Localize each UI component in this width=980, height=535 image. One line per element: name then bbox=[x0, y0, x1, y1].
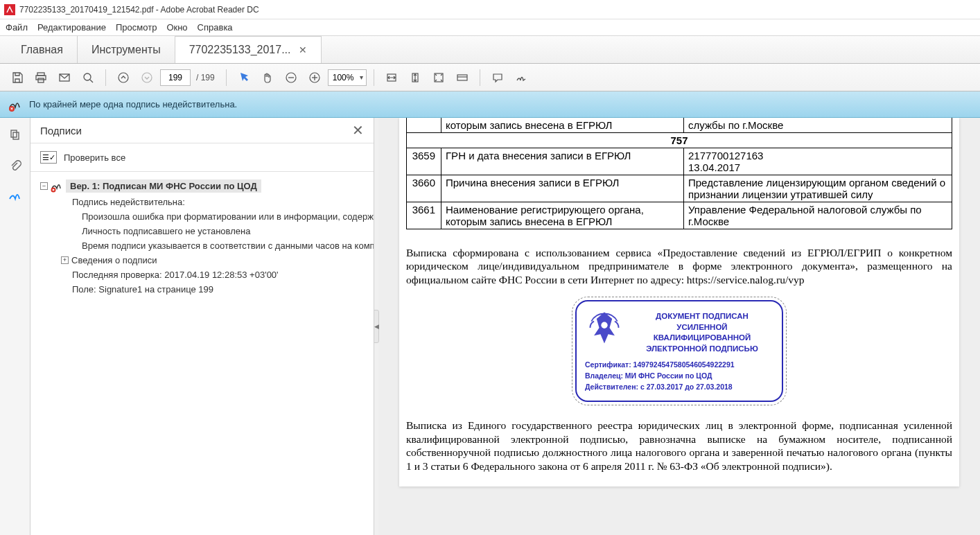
window-title: 7702235133_20170419_121542.pdf - Adobe A… bbox=[19, 5, 259, 15]
toolbar: / 199 100% bbox=[0, 64, 980, 91]
table-row: которым запись внесена в ЕГРЮЛ службы по… bbox=[407, 118, 952, 133]
titlebar: 7702235133_20170419_121542.pdf - Adobe A… bbox=[0, 0, 980, 19]
panel-toolbar: ☰✓ Проверить все bbox=[30, 143, 374, 172]
close-icon[interactable]: ✕ bbox=[299, 44, 307, 55]
hand-icon[interactable] bbox=[257, 67, 278, 88]
page-up-icon[interactable] bbox=[113, 67, 134, 88]
table-row: 3661 Наименование регистрирующего органа… bbox=[407, 202, 952, 229]
tree-row: Произошла ошибка при форматировании или … bbox=[37, 209, 367, 224]
signature-status-text: По крайней мере одна подпись недействите… bbox=[29, 99, 237, 109]
table-row: 3659 ГРН и дата внесения записи в ЕГРЮЛ … bbox=[407, 148, 952, 175]
page-total-label: / 199 bbox=[196, 73, 215, 82]
main-area: Подписи ✕ ☰✓ Проверить все − Вер. 1: Под… bbox=[0, 118, 980, 535]
signature-details-node[interactable]: + Сведения о подписи bbox=[37, 253, 367, 268]
tabbar: Главная Инструменты 7702235133_2017... ✕ bbox=[0, 36, 980, 64]
stamp-title: ДОКУМЕНТ ПОДПИСАН УСИЛЕННОЙ КВАЛИФИЦИРОВ… bbox=[631, 308, 773, 354]
save-icon[interactable] bbox=[7, 67, 28, 88]
left-rail bbox=[0, 118, 30, 535]
svg-point-5 bbox=[84, 73, 91, 80]
document-viewport[interactable]: которым запись внесена в ЕГРЮЛ службы по… bbox=[378, 118, 980, 535]
signatures-panel: Подписи ✕ ☰✓ Проверить все − Вер. 1: Под… bbox=[30, 118, 374, 535]
svg-point-7 bbox=[119, 73, 128, 82]
tree-row: Подпись недействительна: bbox=[37, 195, 367, 209]
fit-page-icon[interactable] bbox=[405, 67, 426, 88]
zoom-in-icon[interactable] bbox=[304, 67, 325, 88]
menu-help[interactable]: Справка bbox=[198, 22, 233, 33]
paragraph: Выписка из Единого государственного реес… bbox=[406, 419, 952, 473]
separator bbox=[105, 69, 106, 86]
search-icon[interactable] bbox=[78, 67, 98, 88]
close-icon[interactable]: ✕ bbox=[352, 122, 364, 139]
menu-view[interactable]: Просмотр bbox=[116, 22, 157, 33]
panel-header: Подписи ✕ bbox=[30, 118, 374, 143]
attachments-icon[interactable] bbox=[6, 157, 24, 175]
menu-window[interactable]: Окно bbox=[166, 22, 187, 33]
signature-status-bar: По крайней мере одна подпись недействите… bbox=[0, 91, 980, 118]
zoom-select[interactable]: 100% bbox=[328, 69, 367, 86]
page-down-icon[interactable] bbox=[137, 67, 157, 88]
signature-invalid-icon bbox=[51, 180, 63, 193]
emblem-icon bbox=[585, 308, 624, 347]
signature-stamp: ДОКУМЕНТ ПОДПИСАН УСИЛЕННОЙ КВАЛИФИЦИРОВ… bbox=[575, 300, 783, 402]
zoom-out-icon[interactable] bbox=[281, 67, 301, 88]
table-row: 3660 Причина внесения записи в ЕГРЮЛ Пре… bbox=[407, 175, 952, 202]
table-section-row: 757 bbox=[407, 133, 952, 148]
splitter-handle-icon[interactable]: ◀ bbox=[374, 310, 379, 343]
menu-file[interactable]: Файл bbox=[6, 22, 28, 33]
acrobat-app-icon bbox=[4, 4, 15, 15]
signature-invalid-icon bbox=[8, 98, 22, 112]
menubar: Файл Редактирование Просмотр Окно Справк… bbox=[0, 19, 980, 36]
tree-row: Поле: Signature1 на странице 199 bbox=[37, 282, 367, 297]
email-icon[interactable] bbox=[54, 67, 75, 88]
signatures-icon[interactable] bbox=[6, 187, 24, 205]
print-icon[interactable] bbox=[30, 67, 51, 88]
registry-table: которым запись внесена в ЕГРЮЛ службы по… bbox=[406, 118, 952, 229]
tab-home[interactable]: Главная bbox=[7, 36, 78, 63]
sign-icon[interactable] bbox=[511, 67, 532, 88]
fullscreen-icon[interactable] bbox=[428, 67, 449, 88]
svg-line-6 bbox=[90, 80, 93, 82]
collapse-icon[interactable]: − bbox=[40, 182, 48, 190]
expand-icon[interactable]: + bbox=[61, 256, 69, 264]
panel-title: Подписи bbox=[40, 125, 82, 137]
svg-rect-20 bbox=[11, 130, 17, 137]
svg-rect-2 bbox=[36, 76, 46, 80]
splitter[interactable]: ◀ bbox=[374, 118, 378, 535]
tree-row: Время подписи указывается в соответствии… bbox=[37, 238, 367, 253]
page-number-input[interactable] bbox=[160, 69, 191, 86]
tab-document[interactable]: 7702235133_2017... ✕ bbox=[175, 36, 322, 63]
tree-row: Последняя проверка: 2017.04.19 12:28:53 … bbox=[37, 268, 367, 282]
svg-point-23 bbox=[601, 322, 607, 328]
svg-point-8 bbox=[142, 73, 152, 82]
separator bbox=[480, 69, 480, 86]
signature-version-label: Вер. 1: Подписан МИ ФНС России по ЦОД bbox=[66, 179, 261, 193]
pointer-icon[interactable] bbox=[234, 67, 254, 88]
separator bbox=[226, 69, 227, 86]
check-all-icon[interactable]: ☰✓ bbox=[40, 151, 57, 164]
pdf-page: которым запись внесена в ЕГРЮЛ службы по… bbox=[399, 118, 959, 486]
stamp-fields: Сертификат: 1497924547580546054922291 Вл… bbox=[585, 360, 773, 392]
tree-row: Личность подписавшего не установлена bbox=[37, 224, 367, 238]
fit-width-icon[interactable] bbox=[381, 67, 402, 88]
comment-icon[interactable] bbox=[487, 67, 508, 88]
svg-rect-21 bbox=[13, 132, 19, 139]
svg-rect-17 bbox=[457, 75, 467, 80]
svg-rect-3 bbox=[38, 78, 44, 82]
signature-tree: − Вер. 1: Подписан МИ ФНС России по ЦОД … bbox=[30, 172, 374, 535]
thumbnails-icon[interactable] bbox=[6, 126, 24, 144]
read-mode-icon[interactable] bbox=[452, 67, 473, 88]
tab-tools[interactable]: Инструменты bbox=[78, 36, 175, 63]
check-all-button[interactable]: Проверить все bbox=[64, 152, 125, 163]
menu-edit[interactable]: Редактирование bbox=[37, 22, 106, 33]
paragraph: Выписка сформирована с использованием се… bbox=[406, 246, 952, 286]
signature-version-node[interactable]: − Вер. 1: Подписан МИ ФНС России по ЦОД bbox=[37, 177, 367, 195]
separator bbox=[374, 69, 374, 86]
